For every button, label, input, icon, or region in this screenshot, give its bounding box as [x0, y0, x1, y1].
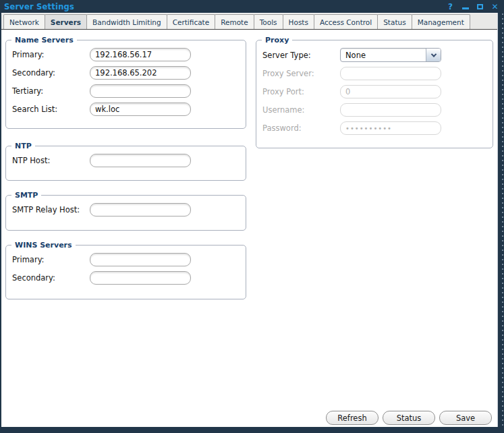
- proxy-legend: Proxy: [262, 36, 292, 45]
- tab-network[interactable]: Network: [3, 14, 45, 29]
- wins-secondary-label: Secondary:: [12, 273, 90, 283]
- primary-dns-input[interactable]: [90, 48, 191, 61]
- tab-access-control[interactable]: Access Control: [314, 14, 378, 29]
- proxy-password-input: [340, 121, 441, 135]
- primary-dns-label: Primary:: [12, 50, 90, 59]
- wins-servers-legend: WINS Servers: [11, 241, 76, 250]
- tertiary-dns-row: Tertiary:: [12, 84, 246, 98]
- proxy-username-row: Username:: [262, 103, 493, 117]
- wins-secondary-input[interactable]: [90, 271, 191, 285]
- proxy-port-input: [340, 85, 441, 98]
- save-button[interactable]: Save: [439, 411, 492, 425]
- window-title: Server Settings: [4, 2, 74, 11]
- wins-primary-row: Primary:: [12, 253, 246, 266]
- minimize-icon[interactable]: [461, 2, 470, 11]
- titlebar: Server Settings ? ✕: [0, 0, 504, 13]
- name-servers-legend: Name Servers: [11, 36, 77, 45]
- ntp-legend: NTP: [11, 142, 35, 150]
- ntp-host-input[interactable]: [90, 154, 191, 167]
- primary-dns-row: Primary:: [12, 48, 246, 61]
- tab-certificate[interactable]: Certificate: [167, 14, 216, 29]
- smtp-relay-host-input[interactable]: [90, 203, 191, 216]
- proxy-server-row: Proxy Server:: [262, 67, 493, 80]
- secondary-dns-row: Secondary:: [12, 66, 246, 80]
- status-button[interactable]: Status: [383, 411, 435, 425]
- smtp-legend: SMTP: [11, 191, 41, 200]
- tab-tools[interactable]: Tools: [254, 14, 283, 29]
- tab-bar: Network Servers Bandwidth Limiting Certi…: [1, 13, 497, 30]
- smtp-relay-host-row: SMTP Relay Host:: [12, 203, 246, 216]
- proxy-port-label: Proxy Port:: [262, 87, 340, 96]
- search-list-input[interactable]: [90, 103, 191, 116]
- proxy-group: Proxy Server Type: None Proxy Server: Pr…: [256, 36, 493, 148]
- proxy-server-input: [340, 67, 441, 80]
- wins-servers-group: WINS Servers Primary: Secondary:: [5, 241, 246, 299]
- ntp-host-label: NTP Host:: [12, 156, 90, 165]
- ntp-group: NTP NTP Host:: [5, 142, 246, 181]
- tab-status[interactable]: Status: [377, 14, 412, 29]
- server-type-value: None: [341, 49, 426, 61]
- app-body: Network Servers Bandwidth Limiting Certi…: [1, 13, 498, 427]
- search-list-label: Search List:: [12, 105, 90, 114]
- search-list-row: Search List:: [12, 103, 246, 116]
- tertiary-dns-input[interactable]: [90, 84, 191, 98]
- footer-buttons: Refresh Status Save: [326, 411, 492, 425]
- chevron-down-icon[interactable]: [426, 49, 441, 61]
- smtp-relay-host-label: SMTP Relay Host:: [12, 205, 90, 214]
- wins-primary-input[interactable]: [90, 253, 191, 266]
- wins-secondary-row: Secondary:: [12, 271, 246, 285]
- tab-remote[interactable]: Remote: [215, 14, 254, 29]
- maximize-icon[interactable]: [476, 2, 484, 11]
- tab-bandwidth-limiting[interactable]: Bandwidth Limiting: [86, 14, 167, 29]
- secondary-dns-label: Secondary:: [12, 68, 90, 78]
- server-settings-window: Server Settings ? ✕ Network Servers Band…: [0, 0, 504, 433]
- help-icon[interactable]: ?: [446, 2, 455, 11]
- refresh-button[interactable]: Refresh: [326, 411, 379, 425]
- tab-hosts[interactable]: Hosts: [283, 14, 314, 29]
- proxy-username-input: [340, 103, 441, 117]
- server-type-select[interactable]: None: [340, 48, 441, 62]
- ntp-host-row: NTP Host:: [12, 154, 246, 167]
- tab-servers[interactable]: Servers: [45, 14, 87, 29]
- wins-primary-label: Primary:: [12, 255, 90, 264]
- proxy-password-label: Password:: [262, 123, 340, 133]
- server-type-label: Server Type:: [262, 51, 340, 60]
- server-type-row: Server Type: None: [262, 48, 493, 62]
- proxy-username-label: Username:: [262, 105, 340, 115]
- window-controls: ? ✕: [446, 2, 499, 11]
- proxy-server-label: Proxy Server:: [262, 69, 340, 78]
- tertiary-dns-label: Tertiary:: [12, 86, 90, 96]
- servers-panel: Name Servers Primary: Secondary: Tertiar…: [1, 30, 497, 427]
- name-servers-group: Name Servers Primary: Secondary: Tertiar…: [5, 36, 246, 129]
- close-icon[interactable]: ✕: [491, 2, 499, 11]
- proxy-port-row: Proxy Port:: [262, 85, 493, 98]
- smtp-group: SMTP SMTP Relay Host:: [5, 191, 246, 231]
- proxy-password-row: Password:: [262, 121, 493, 135]
- secondary-dns-input[interactable]: [90, 66, 191, 80]
- tab-management[interactable]: Management: [412, 14, 470, 29]
